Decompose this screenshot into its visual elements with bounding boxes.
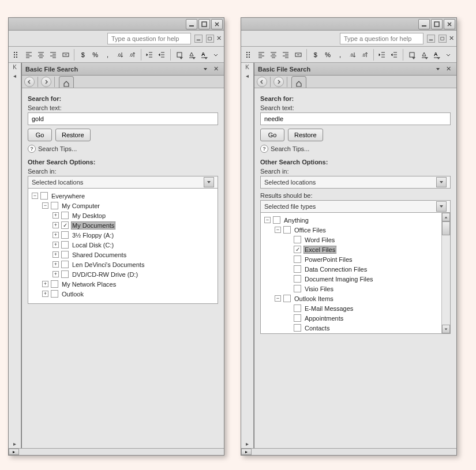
restore-button[interactable]: Restore xyxy=(55,129,91,141)
forward-button[interactable] xyxy=(41,77,51,87)
close-button[interactable] xyxy=(211,19,223,29)
font-color-button[interactable]: A xyxy=(431,48,442,61)
expand-icon[interactable]: + xyxy=(53,212,59,219)
forward-button[interactable] xyxy=(273,77,284,87)
checkbox[interactable] xyxy=(51,280,58,288)
restore-button[interactable]: Restore xyxy=(288,129,323,141)
align-left-icon[interactable] xyxy=(23,48,34,61)
align-center-icon[interactable] xyxy=(36,48,47,61)
home-button[interactable] xyxy=(59,76,74,88)
checkbox[interactable] xyxy=(294,236,301,243)
maximize-button[interactable] xyxy=(431,19,443,29)
checkbox[interactable] xyxy=(283,226,291,234)
currency-button[interactable]: $ xyxy=(77,48,88,61)
checkbox[interactable] xyxy=(294,255,301,263)
toolbar-overflow-icon[interactable] xyxy=(211,48,222,61)
gutter-scroll-marker[interactable]: ▸ xyxy=(13,441,16,447)
go-button[interactable]: Go xyxy=(28,129,52,141)
close-doc-button[interactable]: ✕ xyxy=(216,35,222,42)
scrollbar-horizontal[interactable]: ▸ xyxy=(9,448,224,455)
locations-tree[interactable]: −Everywhere −My Computer +My Desktop +✓M… xyxy=(28,189,218,304)
search-text-input[interactable] xyxy=(260,112,451,125)
gutter-scroll-marker[interactable]: ▸ xyxy=(246,441,249,447)
borders-button[interactable] xyxy=(174,48,185,61)
checkbox[interactable] xyxy=(294,324,301,332)
checkbox[interactable] xyxy=(61,270,69,278)
scrollbar-horizontal[interactable]: ▸ xyxy=(241,448,456,455)
percent-button[interactable]: % xyxy=(90,48,101,61)
fill-color-button[interactable] xyxy=(418,48,429,61)
help-search-input[interactable] xyxy=(107,33,191,44)
scroll-left-button[interactable]: ▸ xyxy=(241,449,252,455)
pane-menu-button[interactable] xyxy=(201,65,209,73)
search-in-combo[interactable]: Selected locations xyxy=(28,176,218,189)
scroll-left-button[interactable]: ▸ xyxy=(9,449,19,455)
close-doc-button[interactable]: ✕ xyxy=(449,35,454,42)
expand-icon[interactable]: + xyxy=(53,222,59,228)
expand-icon[interactable]: + xyxy=(53,251,59,258)
decrease-decimal-icon[interactable]: .0 xyxy=(126,48,137,61)
checkbox[interactable] xyxy=(283,295,291,302)
checkbox[interactable] xyxy=(61,261,69,268)
pane-close-button[interactable]: ✕ xyxy=(444,65,453,73)
checkbox[interactable] xyxy=(61,231,69,239)
scroll-up-button[interactable] xyxy=(442,213,450,221)
minimize-button[interactable] xyxy=(186,19,197,29)
menu-window-button[interactable] xyxy=(438,35,447,43)
toolbar-overflow-icon[interactable] xyxy=(443,48,454,61)
decrease-indent-icon[interactable] xyxy=(377,48,388,61)
chevron-down-icon[interactable] xyxy=(436,201,447,212)
collapse-icon[interactable]: − xyxy=(275,227,281,233)
pane-close-button[interactable]: ✕ xyxy=(212,65,220,73)
minimize-button[interactable] xyxy=(418,19,430,29)
restore-window-button[interactable] xyxy=(427,35,435,43)
checkbox[interactable] xyxy=(61,241,69,249)
search-text-input[interactable] xyxy=(28,112,218,125)
increase-indent-icon[interactable] xyxy=(389,48,400,61)
help-search-input[interactable] xyxy=(340,33,423,44)
checkbox[interactable]: ✓ xyxy=(294,246,301,253)
menu-window-button[interactable] xyxy=(206,35,214,43)
comma-button[interactable]: , xyxy=(335,48,346,61)
fill-color-button[interactable] xyxy=(186,48,197,61)
restore-window-button[interactable] xyxy=(194,35,203,43)
checkbox[interactable] xyxy=(61,212,69,219)
align-left-icon[interactable] xyxy=(256,48,267,61)
percent-button[interactable]: % xyxy=(323,48,333,61)
search-tips-link[interactable]: Search Tips... xyxy=(38,145,77,152)
align-right-icon[interactable] xyxy=(48,48,59,61)
scrollbar-thumb[interactable] xyxy=(442,221,450,235)
checkbox[interactable]: ✓ xyxy=(61,221,69,229)
results-combo[interactable]: Selected file types xyxy=(260,200,451,213)
toolbar-handle[interactable] xyxy=(11,48,22,61)
chevron-down-icon[interactable] xyxy=(436,177,447,187)
expand-icon[interactable]: + xyxy=(42,281,48,287)
expand-icon[interactable]: + xyxy=(53,242,59,248)
checkbox[interactable] xyxy=(61,251,69,258)
expand-icon[interactable]: + xyxy=(42,291,48,297)
expand-icon[interactable]: + xyxy=(53,271,59,277)
go-button[interactable]: Go xyxy=(260,129,284,141)
collapse-icon[interactable]: − xyxy=(275,295,281,302)
scrollbar-vertical[interactable] xyxy=(441,213,450,333)
borders-button[interactable] xyxy=(406,48,417,61)
increase-indent-icon[interactable] xyxy=(156,48,167,61)
increase-decimal-icon[interactable]: .0 xyxy=(114,48,125,61)
checkbox[interactable] xyxy=(294,304,301,312)
close-button[interactable] xyxy=(444,19,455,29)
maximize-button[interactable] xyxy=(198,19,210,29)
checkbox[interactable] xyxy=(294,285,301,292)
checkbox[interactable] xyxy=(294,275,301,283)
collapse-icon[interactable]: − xyxy=(42,202,48,209)
expand-icon[interactable]: + xyxy=(53,232,59,238)
decrease-indent-icon[interactable] xyxy=(144,48,155,61)
scroll-down-button[interactable] xyxy=(442,325,450,333)
back-button[interactable] xyxy=(24,77,35,87)
checkbox[interactable] xyxy=(51,202,58,209)
collapse-icon[interactable]: − xyxy=(32,193,38,199)
checkbox[interactable] xyxy=(273,216,280,224)
merge-cells-icon[interactable] xyxy=(60,48,71,61)
font-color-button[interactable]: A xyxy=(198,48,209,61)
align-right-icon[interactable] xyxy=(280,48,291,61)
search-in-combo[interactable]: Selected locations xyxy=(260,176,451,189)
